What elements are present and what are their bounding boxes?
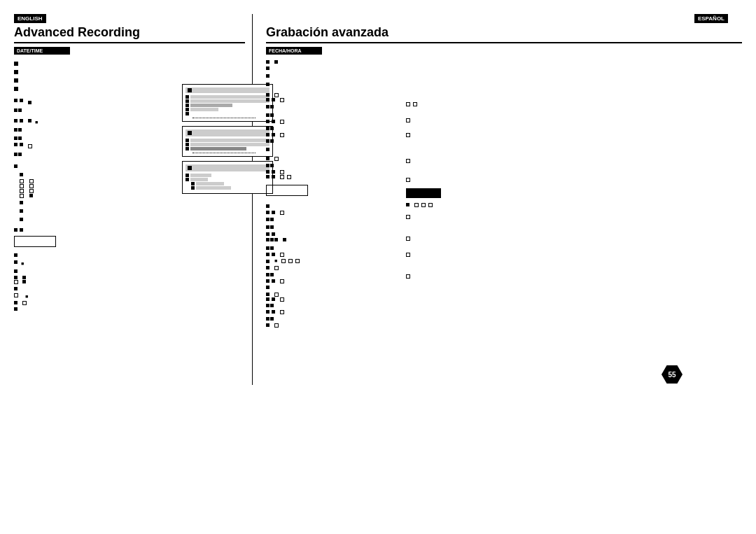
rs-item-4 — [406, 159, 490, 163]
right-subcol-1: ■ — [266, 60, 392, 328]
r-item-6 — [266, 98, 392, 102]
dialog-2-item-3 — [186, 147, 270, 150]
r-item-29 — [266, 279, 392, 283]
r-item-16 — [266, 170, 392, 174]
item-l21: ■ — [14, 293, 245, 300]
r-item-20 — [266, 216, 392, 223]
r-item-22 — [266, 232, 392, 236]
dialog-3-item-4 — [191, 186, 270, 190]
dialog-2-title-text — [194, 130, 267, 136]
r-item-10 — [266, 125, 392, 132]
r-item-2 — [266, 64, 392, 71]
dialog-title-dot-2 — [188, 131, 192, 135]
dialog-2-item-2 — [186, 143, 270, 146]
item-l15 — [14, 252, 245, 259]
item-l23 — [14, 306, 245, 313]
r-item-30 — [266, 284, 392, 291]
r-item-5 — [266, 93, 392, 97]
r-item-25 — [266, 253, 392, 257]
right-content: ■ — [266, 60, 742, 328]
r-item-1 — [266, 60, 392, 64]
dialog-1-item-2 — [186, 99, 270, 103]
right-filled-btn — [406, 188, 490, 199]
dialog-3-title — [186, 164, 270, 171]
item-l17 — [14, 267, 245, 274]
dialog-1-item-1 — [186, 95, 270, 99]
dialog-3-title-text — [194, 165, 267, 171]
r-item-28 — [266, 271, 392, 278]
rs-item-9 — [406, 253, 490, 257]
left-title: Advanced Recording — [14, 25, 245, 43]
r-item-33 — [266, 302, 392, 309]
dialog-title-dot-1 — [188, 88, 192, 92]
r-item-8 — [266, 111, 392, 118]
rs-item-5 — [406, 178, 490, 182]
r-item-24 — [266, 244, 392, 251]
item-l20 — [14, 285, 245, 292]
spanish-badge-area: ESPAÑOL — [259, 14, 742, 25]
r-item-3 — [266, 73, 392, 80]
dialog-1-dotted — [192, 118, 255, 118]
r-item-35 — [266, 315, 392, 322]
outline-btn[interactable] — [14, 236, 56, 247]
r-item-32 — [266, 297, 392, 302]
left-section-header: DATE/TIME — [14, 47, 70, 55]
right-outline-btn-area — [266, 185, 392, 197]
dialog-3-item-1 — [186, 174, 270, 177]
right-subcol-2 — [406, 60, 490, 328]
r-item-19 — [266, 211, 392, 215]
r-item-36 — [266, 323, 392, 328]
r-item-12 — [266, 138, 392, 145]
r-item-23 — [266, 237, 392, 244]
page-container: ENGLISH Advanced Recording DATE/TIME ■ — [0, 0, 756, 534]
rs-item-10 — [406, 274, 490, 279]
lang-label-english: ENGLISH — [14, 14, 46, 23]
dialog-2-title — [186, 129, 270, 136]
r-item-26: ■ — [266, 258, 392, 265]
dialog-1-item-5 — [186, 112, 270, 115]
item-l16: ■ — [14, 260, 245, 267]
item-l22 — [14, 301, 245, 305]
right-column: ESPAÑOL Grabación avanzada FECHA/HORA — [259, 14, 742, 328]
rs-item-2 — [406, 118, 490, 122]
dialog-title-dot-3 — [188, 166, 192, 170]
dialog-1-item-3 — [186, 104, 270, 107]
r-item-11 — [266, 133, 392, 137]
r-item-9 — [266, 120, 392, 124]
dialog-1-title — [186, 87, 270, 93]
dialog-1-item-4 — [186, 108, 270, 111]
section-divider — [252, 14, 253, 385]
right-outline-btn[interactable] — [266, 185, 308, 196]
outline-button-area — [14, 236, 245, 248]
right-section-header: FECHA/HORA — [266, 47, 322, 55]
right-title: Grabación avanzada — [266, 25, 742, 43]
dialog-2-item-1 — [186, 139, 270, 142]
r-item-17 — [266, 175, 392, 179]
item-l18 — [14, 276, 245, 279]
r-item-18 — [266, 202, 392, 209]
r-item-21 — [266, 224, 392, 231]
r-item-15 — [266, 162, 392, 169]
dialog-3-item-2 — [186, 178, 270, 181]
dialog-2-dotted — [192, 153, 255, 153]
highlight-btn[interactable] — [406, 188, 441, 198]
r-item-7 — [266, 103, 392, 110]
item-l14 — [14, 228, 245, 232]
rs-item-8 — [406, 237, 490, 241]
item-l2 — [14, 69, 245, 76]
lang-label-espanol: ESPAÑOL — [694, 14, 728, 23]
item-l3 — [14, 77, 245, 84]
r-item-14 — [266, 157, 392, 161]
rs-item-3 — [406, 133, 490, 137]
page-number-badge: 55 — [662, 365, 682, 384]
item-l1 — [14, 60, 245, 67]
dialog-3-item-3 — [191, 182, 270, 185]
item-l19 — [14, 280, 245, 284]
r-item-13 — [266, 146, 392, 153]
r-item-31 — [266, 293, 392, 297]
rs-item-7 — [406, 215, 490, 219]
r-item-4 — [266, 81, 392, 88]
page-number: 55 — [668, 371, 676, 379]
r-item-27 — [266, 266, 392, 270]
english-badge: ENGLISH — [14, 14, 245, 25]
